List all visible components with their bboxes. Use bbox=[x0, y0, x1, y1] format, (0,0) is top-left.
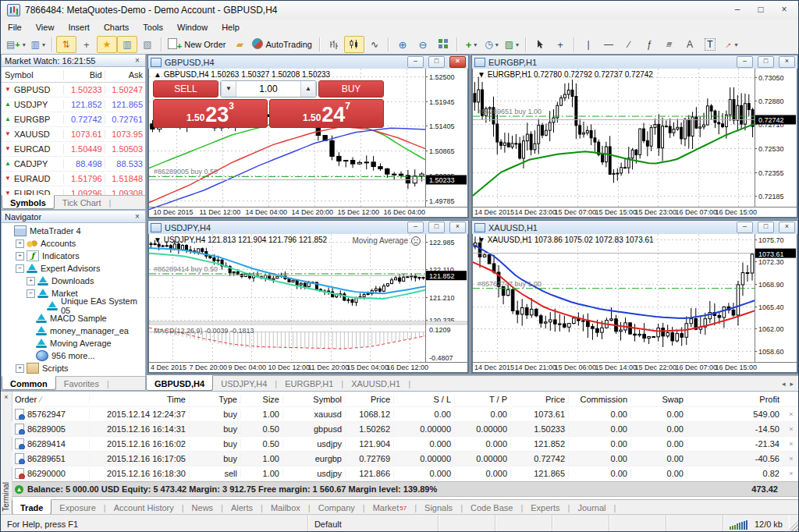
terminal-tab-signals[interactable]: Signals bbox=[417, 500, 460, 515]
terminal-tab-mailbox[interactable]: Mailbox bbox=[263, 500, 308, 515]
tree-item-expert-advisors[interactable]: −Expert Advisors bbox=[2, 262, 145, 275]
horizontal-line-button[interactable]: — bbox=[598, 36, 619, 53]
navigator-close-icon[interactable]: × bbox=[133, 212, 142, 221]
tree-expander-icon[interactable]: + bbox=[27, 277, 35, 286]
tree-expander-icon[interactable]: − bbox=[16, 264, 24, 273]
text-label-button[interactable]: T bbox=[700, 36, 720, 53]
order-row-86289414[interactable]: 862894142015.12.16 16:16:02buy0.50usdjpy… bbox=[12, 437, 799, 452]
scroll-right-icon[interactable]: ▸ bbox=[790, 380, 794, 388]
orders-column-price[interactable]: Price bbox=[346, 395, 394, 404]
chart-tab-gbpusd-h4[interactable]: GBPUSD,H4 bbox=[146, 375, 213, 391]
menu-tools[interactable]: Tools bbox=[136, 21, 170, 34]
market-watch-row-eurcad[interactable]: ▼EURCAD1.504491.50503 bbox=[2, 142, 145, 157]
orders-column-profit[interactable]: Profit bbox=[687, 395, 783, 404]
volume-increase-button[interactable]: ▲ bbox=[300, 81, 316, 97]
chart-close-button[interactable]: × bbox=[449, 56, 466, 68]
arrows-button[interactable]: →▾ bbox=[720, 36, 740, 53]
volume-input[interactable]: 1.00 bbox=[236, 81, 300, 97]
templates-button[interactable]: ▨▾ bbox=[502, 36, 522, 53]
dropdown-caret-icon[interactable]: ▾ bbox=[23, 41, 26, 48]
chart-tab-xauusd-h1[interactable]: XAUUSD,H1 bbox=[343, 376, 408, 391]
orders-column-commission[interactable]: Commission bbox=[569, 395, 631, 404]
status-profile[interactable]: Default bbox=[308, 515, 439, 532]
column-header[interactable]: Bid bbox=[64, 70, 105, 80]
close-order-icon[interactable]: × bbox=[783, 455, 799, 463]
terminal-tab-alerts[interactable]: Alerts bbox=[223, 500, 261, 515]
close-button[interactable]: × bbox=[773, 3, 795, 17]
terminal-button[interactable]: ▥ bbox=[117, 36, 137, 53]
navigator-button[interactable]: ★ bbox=[97, 36, 117, 53]
tab-tick-chart[interactable]: Tick Chart bbox=[55, 196, 109, 209]
tree-expander-icon[interactable]: + bbox=[16, 239, 24, 248]
close-order-icon[interactable]: × bbox=[783, 410, 799, 418]
terminal-close-icon[interactable]: × bbox=[1, 392, 12, 401]
zoom-out-button[interactable]: ⊖ bbox=[413, 36, 433, 53]
column-header[interactable]: Ask bbox=[105, 70, 145, 80]
new-chart-button[interactable]: ▤+▾ bbox=[4, 36, 28, 53]
order-row-86289651[interactable]: 862896512015.12.16 16:17:05buy1.00eurgbp… bbox=[12, 452, 799, 466]
chart-tab-usdjpy-h4[interactable]: USDJPY,H4 bbox=[213, 376, 275, 391]
tree-item-unique-eas-system-05[interactable]: Unique EAs System 05 bbox=[2, 300, 145, 312]
tree-item-956-more-[interactable]: 956 more... bbox=[2, 349, 145, 362]
market-watch-close-icon[interactable]: × bbox=[133, 56, 142, 65]
terminal-tab-exposure[interactable]: Exposure bbox=[51, 500, 103, 515]
dropdown-caret-icon[interactable]: ▾ bbox=[474, 41, 477, 48]
chart-window-titlebar[interactable]: XAUUSD,H1–□× bbox=[472, 221, 797, 235]
market-watch-row-xauusd[interactable]: ▼XAUUSD1073.611073.95 bbox=[2, 127, 145, 142]
menu-window[interactable]: Window bbox=[170, 21, 215, 34]
sell-price-button[interactable]: 1.50233 bbox=[153, 99, 268, 128]
tree-item-scripts[interactable]: +Scripts bbox=[2, 362, 145, 374]
order-row-85762947[interactable]: 857629472015.12.14 12:24:37buy1.00xauusd… bbox=[12, 407, 799, 422]
tree-expander-icon[interactable]: + bbox=[16, 252, 24, 261]
tree-item-metatrader-4[interactable]: MetaTrader 4 bbox=[2, 225, 145, 237]
chart-close-button[interactable]: × bbox=[779, 56, 795, 68]
data-window-button[interactable]: + bbox=[76, 36, 97, 53]
new-order-button[interactable]: +New Order bbox=[165, 36, 230, 53]
resize-grip[interactable] bbox=[789, 515, 799, 532]
chart-window-titlebar[interactable]: GBPUSD,H4–□× bbox=[148, 55, 468, 69]
sell-button[interactable]: SELL bbox=[153, 80, 218, 98]
profiles-button[interactable]: ▥▾ bbox=[28, 36, 48, 53]
indicators-button[interactable]: +▾ bbox=[461, 36, 481, 53]
zoom-in-button[interactable]: ⊕ bbox=[392, 36, 413, 53]
orders-column-size[interactable]: Size bbox=[241, 395, 283, 404]
terminal-tab-code-base[interactable]: Code Base bbox=[463, 500, 520, 515]
chart-restore-button[interactable]: □ bbox=[428, 222, 445, 233]
orders-column-order[interactable]: Order ∕ bbox=[12, 395, 90, 404]
orders-column-symbol[interactable]: Symbol bbox=[283, 395, 346, 404]
crosshair-button[interactable]: + bbox=[550, 36, 570, 53]
candlestick-button[interactable] bbox=[344, 36, 364, 53]
maximize-button[interactable]: □ bbox=[750, 3, 772, 17]
chart-canvas-xauusd[interactable]: 14 Dec 201514 Dec 21:0015 Dec 06:0015 De… bbox=[473, 234, 797, 372]
chart-minimize-button[interactable]: – bbox=[737, 222, 753, 233]
menu-view[interactable]: View bbox=[29, 21, 62, 34]
tree-item-indicators[interactable]: +ƒIndicators bbox=[2, 250, 145, 262]
buy-price-button[interactable]: 1.50247 bbox=[269, 99, 384, 128]
market-watch-row-euraud[interactable]: ▼EURAUD1.517961.51848 bbox=[2, 172, 145, 186]
volume-decrease-button[interactable]: ▼ bbox=[221, 81, 236, 97]
orders-column-t-p[interactable]: T / P bbox=[455, 395, 511, 404]
terminal-tab-market[interactable]: Market57 bbox=[365, 500, 415, 515]
terminal-tab-account-history[interactable]: Account History bbox=[106, 500, 182, 515]
menu-charts[interactable]: Charts bbox=[97, 21, 136, 34]
chart-window-titlebar[interactable]: EURGBP,H1–□× bbox=[472, 55, 797, 69]
tile-windows-button[interactable] bbox=[433, 36, 453, 53]
tree-expander-icon[interactable]: + bbox=[16, 364, 24, 373]
chart-restore-button[interactable]: □ bbox=[758, 56, 774, 68]
orders-column-type[interactable]: Type bbox=[190, 395, 241, 404]
terminal-tab-trade[interactable]: Trade bbox=[12, 499, 51, 515]
market-watch-row-usdjpy[interactable]: ▲USDJPY121.852121.865 bbox=[2, 98, 145, 112]
chart-tab-eurgbp-h1[interactable]: EURGBP,H1 bbox=[277, 376, 341, 391]
chart-canvas-usdjpy[interactable]: 4 Dec 20157 Dec 20:009 Dec 04:0010 Dec 1… bbox=[149, 234, 467, 372]
chart-restore-button[interactable]: □ bbox=[428, 56, 445, 68]
terminal-tab-journal[interactable]: Journal bbox=[570, 500, 613, 515]
line-chart-button[interactable]: ∿ bbox=[364, 36, 385, 53]
market-watch-button[interactable]: ⇅ bbox=[56, 36, 76, 53]
tree-item-accounts[interactable]: +Accounts bbox=[2, 237, 145, 250]
terminal-tab-experts[interactable]: Experts bbox=[523, 500, 567, 515]
chart-window-titlebar[interactable]: USDJPY,H4–□× bbox=[148, 221, 468, 235]
terminal-tab-company[interactable]: Company bbox=[311, 500, 363, 515]
menu-file[interactable]: File bbox=[1, 21, 29, 34]
dropdown-caret-icon[interactable]: ▾ bbox=[495, 41, 499, 48]
bar-chart-button[interactable] bbox=[324, 36, 344, 53]
